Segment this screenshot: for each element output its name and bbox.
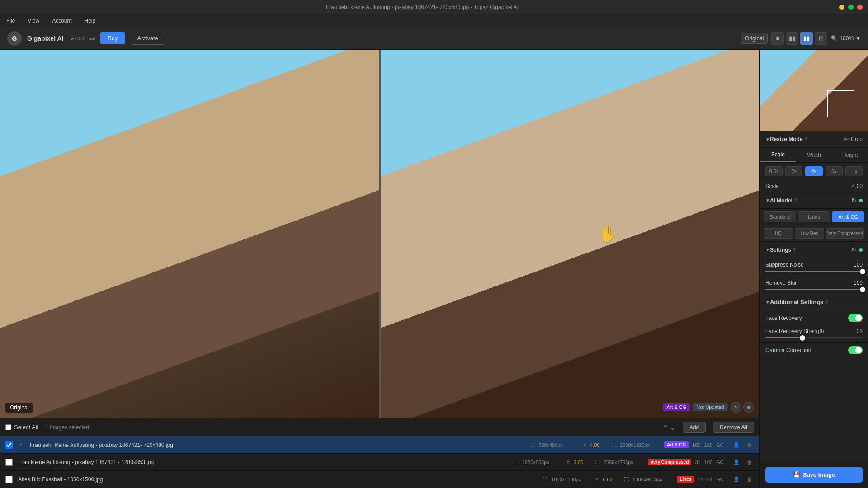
remove-blur-thumb[interactable] (860, 287, 865, 292)
quality-very-compressed[interactable]: Very Compressed (826, 228, 864, 239)
tab-width[interactable]: Width (796, 148, 832, 162)
view-single-button[interactable]: ■ (771, 32, 784, 45)
settings-badge-icon[interactable]: ⊕ (743, 402, 754, 413)
minimize-button[interactable] (839, 5, 844, 10)
view-grid-button[interactable]: ⊞ (815, 32, 827, 45)
file-icon-orig-0: ⛶ (530, 442, 535, 447)
file-delete-1[interactable]: 🗑 (745, 458, 754, 467)
face-recovery-strength-header: Face Recovery Strength 38 (765, 328, 863, 334)
app-name: Gigapixel AI (27, 35, 63, 42)
select-all-checkbox[interactable] (5, 424, 11, 430)
file-checkbox-0[interactable] (5, 441, 13, 449)
preset-4x[interactable]: 4x (805, 166, 822, 176)
remove-blur-fill (765, 289, 863, 290)
preset-0.5x[interactable]: 0.5x (765, 166, 783, 176)
model-standard[interactable]: Standard (764, 211, 796, 222)
add-button[interactable]: Add (683, 422, 706, 433)
file-gc-0: GC (716, 442, 730, 448)
face-recovery-strength-slider[interactable] (765, 337, 863, 338)
resize-mode-help[interactable]: ? (805, 137, 807, 142)
ai-model-help[interactable]: ? (794, 198, 797, 203)
gamma-correction-toggle[interactable] (848, 346, 863, 354)
main-layout: Original ✋ Art & CG Not Updated ↻ ⊕ (0, 50, 868, 488)
file-row[interactable]: Frau kleine Auflösung - pixabay 1867421 … (0, 454, 760, 471)
tab-scale[interactable]: Scale (760, 148, 796, 162)
split-right: ✋ Art & CG Not Updated ↻ ⊕ (381, 50, 760, 418)
scale-tabs: Scale Width Height (760, 148, 868, 163)
quality-hq[interactable]: HQ (764, 228, 793, 239)
tab-height[interactable]: Height (832, 148, 868, 162)
image-viewport[interactable]: Original ✋ Art & CG Not Updated ↻ ⊕ (0, 50, 760, 418)
nav-down-button[interactable]: ⌄ (670, 424, 675, 431)
file-list-header: Select All 1 images selected ⌃ ⌄ Add Rem… (0, 418, 760, 436)
resize-mode-chevron[interactable]: ▼ (765, 137, 770, 142)
compare-icon[interactable]: ↻ (731, 402, 741, 413)
face-recovery-label: Face Recovery (765, 315, 848, 321)
title-bar-controls (839, 5, 863, 10)
split-left: Original (0, 50, 379, 418)
original-view-button[interactable]: Original (741, 33, 768, 44)
file-actions-0: 🗑 (745, 441, 754, 450)
additional-help[interactable]: ? (825, 300, 828, 305)
file-delete-0[interactable]: 🗑 (745, 441, 754, 450)
maximize-button[interactable] (848, 5, 854, 10)
save-image-button[interactable]: 💾 Save Image (765, 467, 863, 483)
suppress-noise-value: 100 (854, 262, 863, 268)
file-checkbox-1[interactable] (5, 459, 13, 466)
crop-button[interactable]: ✄ Crop (844, 136, 863, 143)
preset-2x[interactable]: 2x (785, 166, 802, 176)
file-checkbox-2[interactable] (5, 476, 13, 483)
menu-account[interactable]: Account (49, 17, 74, 25)
suppress-noise-thumb[interactable] (860, 269, 865, 274)
nav-up-button[interactable]: ⌃ (663, 424, 668, 431)
view-split-h-button[interactable]: ▮▮ (800, 32, 813, 45)
model-art-cg[interactable]: Art & CG (832, 211, 864, 222)
file-person-icon-1: 👤 (733, 459, 740, 465)
menu-file[interactable]: File (4, 17, 18, 25)
file-row[interactable]: Altes Bild Fussball - 1050x1500.jpg ⛶ 10… (0, 471, 760, 488)
preset-6x[interactable]: 6x (826, 166, 843, 176)
close-button[interactable] (857, 5, 863, 10)
settings-status-dot (859, 248, 863, 252)
menu-bar: File View Account Help (0, 14, 868, 27)
additional-chevron[interactable]: ▼ (765, 300, 770, 305)
menu-view[interactable]: View (25, 17, 42, 25)
activate-button[interactable]: Activate (131, 32, 165, 45)
menu-help[interactable]: Help (82, 17, 99, 25)
split-divider[interactable] (379, 50, 381, 418)
badge-icon-group: ↻ ⊕ (731, 402, 754, 413)
suppress-noise-slider[interactable] (765, 271, 863, 272)
buy-button[interactable]: Buy (100, 32, 125, 44)
face-recovery-toggle[interactable] (848, 314, 863, 322)
ai-model-controls: ↻ (851, 197, 863, 204)
file-person-icon-0: 👤 (733, 442, 740, 448)
view-split-v-button[interactable]: ▮▮ (786, 32, 798, 45)
settings-help[interactable]: ? (793, 247, 796, 252)
ai-model-chevron[interactable]: ▼ (765, 198, 770, 203)
file-scale-icon-2: ✕ (595, 477, 599, 482)
settings-refresh[interactable]: ↻ (851, 246, 856, 253)
remove-all-button[interactable]: Remove All (713, 422, 754, 433)
quality-low-res[interactable]: Low Res (795, 228, 824, 239)
preset-custom[interactable]: ...x (845, 166, 863, 176)
file-row[interactable]: ✓ Frau sehr kleine Auflösung - pixabay 1… (0, 436, 760, 454)
image-area: Original ✋ Art & CG Not Updated ↻ ⊕ (0, 50, 760, 488)
gamma-correction-knob (855, 347, 862, 353)
file-scale-0: 4.00 (590, 442, 608, 448)
resize-mode-title: Resize Mode ? (770, 136, 844, 142)
file-delete-2[interactable]: 🗑 (745, 475, 754, 484)
face-recovery-strength-thumb[interactable] (800, 335, 805, 341)
file-person-icon-2: 👤 (733, 476, 740, 482)
file-icon-orig-1: ⛶ (514, 460, 519, 465)
view-controls: Original ■ ▮▮ ▮▮ ⊞ 🔍 100% ▼ (741, 32, 861, 45)
title-bar-title: Frau sehr kleine Auflösung - pixabay 186… (5, 4, 839, 10)
model-lines[interactable]: Lines (798, 211, 830, 222)
settings-chevron[interactable]: ▼ (765, 247, 770, 252)
resize-mode-section: ▼ Resize Mode ? ✄ Crop (760, 131, 868, 148)
zoom-chevron[interactable]: ▼ (855, 35, 861, 42)
thumb-selection (827, 90, 854, 117)
ai-model-refresh[interactable]: ↻ (851, 197, 856, 204)
additional-settings-header: ▼ Additional Settings ? (760, 294, 868, 310)
select-all-label[interactable]: Select All (5, 424, 38, 431)
remove-blur-slider[interactable] (765, 289, 863, 290)
